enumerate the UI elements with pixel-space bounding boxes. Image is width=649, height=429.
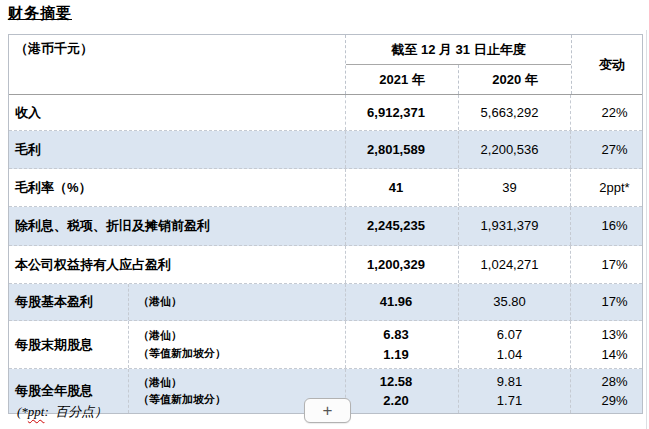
year-2020-header: 2020 年 [459,65,571,94]
footnote: (*ppt: 百分点） [17,403,107,421]
row-revenue: 收入 6,912,371 5,663,292 22% [9,95,642,131]
value-change: 13% 14% [571,321,642,368]
period-header-cell: 截至 12 月 31 日止年度 [346,35,571,65]
value-change: 22% [571,95,642,130]
year-header-row: 2021 年 2020 年 [346,65,571,94]
row-final-dividend: 每股末期股息 （港仙） （等值新加坡分） 6.83 1.19 6.07 1.04… [9,321,642,369]
value-2021: 1,200,329 [346,246,459,283]
row-sublabel: （港仙） [129,284,345,320]
value-change: 28% 29% [571,369,642,413]
unit-label-cell: （港币千元） [9,35,346,94]
row-label: 毛利 [9,131,346,168]
value-2021: 2,801,589 [346,131,459,168]
value-2021: 2,245,235 [346,207,459,245]
value-2021: 6.83 1.19 [346,321,459,368]
value-2020: 1,024,271 [459,246,571,283]
value-change: 17% [571,246,642,283]
row-ebitda: 除利息、税项、折旧及摊销前盈利 2,245,235 1,931,379 16% [9,207,642,246]
value-change: 27% [571,131,642,168]
year-2021-header: 2021 年 [346,65,459,94]
table-header: （港币千元） 截至 12 月 31 日止年度 2021 年 2020 年 变动 [9,35,642,95]
value-change: 2ppt* [571,169,642,206]
row-label: 本公司权益持有人应占盈利 [9,246,346,283]
value-2021: 6,912,371 [346,95,459,130]
footnote-open: (* [17,404,28,419]
period-column-group: 截至 12 月 31 日止年度 2021 年 2020 年 [346,35,572,94]
financial-summary-table: （港币千元） 截至 12 月 31 日止年度 2021 年 2020 年 变动 … [8,34,643,414]
value-2020: 9.81 1.71 [459,369,571,413]
value-2020: 39 [459,169,571,206]
page-title: 财务摘要 [8,4,72,23]
row-label: 每股末期股息 [9,321,129,368]
value-2021: 41 [346,169,459,206]
value-change: 17% [571,284,642,320]
value-2020: 5,663,292 [459,95,571,130]
add-button[interactable]: + [304,398,351,423]
row-gross-margin: 毛利率（%） 41 39 2ppt* [9,169,642,207]
row-basic-eps: 每股基本盈利 （港仙） 41.96 35.80 17% [9,284,642,321]
row-label: 每股基本盈利 [9,284,129,320]
row-label: 除利息、税项、折旧及摊销前盈利 [9,207,346,245]
value-2020: 6.07 1.04 [459,321,571,368]
footnote-term: ppt [28,404,45,419]
row-label-group: 每股末期股息 （港仙） （等值新加坡分） [9,321,346,368]
value-2020: 1,931,379 [459,207,571,245]
value-2020: 2,200,536 [459,131,571,168]
row-label: 毛利率（%） [9,169,346,206]
row-gross-profit: 毛利 2,801,589 2,200,536 27% [9,131,642,169]
row-label: 收入 [9,95,346,130]
plus-icon: + [323,402,333,419]
row-sublabel: （港仙） （等值新加坡分） [129,321,345,368]
page-boundary-line [646,30,647,429]
value-2020: 35.80 [459,284,571,320]
row-label-group: 每股基本盈利 （港仙） [9,284,346,320]
value-change: 16% [571,207,642,245]
row-profit-attributable: 本公司权益持有人应占盈利 1,200,329 1,024,271 17% [9,246,642,284]
change-header-cell: 变动 [572,35,642,94]
value-2021: 41.96 [346,284,459,320]
footnote-rest: : 百分点） [44,404,107,419]
value-2021: 12.58 2.20 [346,369,459,413]
